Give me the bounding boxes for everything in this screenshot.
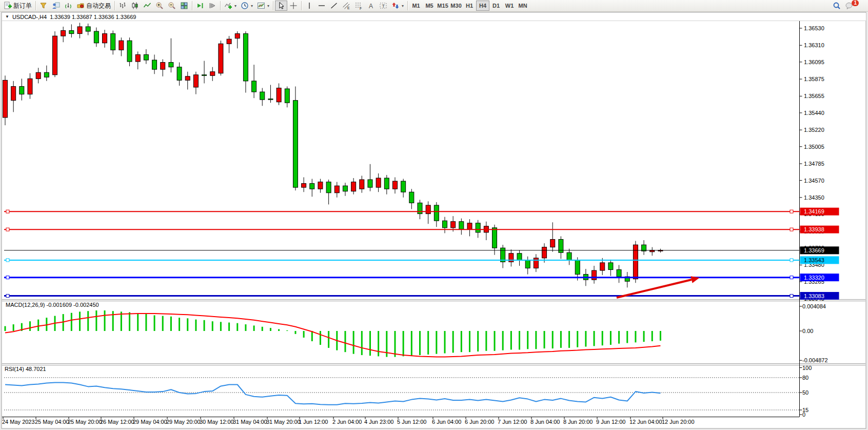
fibonacci-button[interactable]: F: [352, 1, 365, 11]
chart-svg[interactable]: 1.365301.363101.360951.358751.356551.354…: [0, 0, 868, 430]
svg-text:12 Jun 20:00: 12 Jun 20:00: [662, 419, 695, 425]
main-toolbar: 新订单 自动交易 ▾ ▾: [0, 0, 868, 12]
svg-text:29 May 20:00: 29 May 20:00: [166, 419, 201, 425]
chevron-down-icon: ▾: [251, 4, 253, 8]
new-order-icon: [4, 2, 12, 10]
line-chart-icon: [143, 2, 151, 10]
svg-text:F: F: [360, 7, 362, 10]
horizontal-line-button[interactable]: [315, 1, 328, 11]
arrows-icon: [391, 2, 400, 10]
chart-shift-icon: [208, 2, 216, 10]
svg-text:1.33083: 1.33083: [804, 293, 824, 299]
svg-text:1.33543: 1.33543: [804, 257, 824, 263]
bar-chart-type-button[interactable]: [116, 1, 129, 11]
toolbar-separator: [220, 1, 221, 10]
chart-title-bar: ▼ USDCAD-,H4 1.33639 1.33687 1.33636 1.3…: [2, 13, 866, 21]
text-label-icon: T: [379, 2, 387, 10]
arrows-button[interactable]: ▾: [389, 1, 406, 11]
timeframe-m15-button[interactable]: M15: [436, 1, 449, 11]
svg-text:T: T: [382, 4, 385, 9]
timeframe-d1-button[interactable]: D1: [489, 1, 503, 11]
signal-icon: [64, 2, 72, 10]
timeframe-w1-button[interactable]: W1: [503, 1, 516, 11]
cursor-button[interactable]: [275, 1, 287, 11]
new-order-button[interactable]: 新订单: [2, 1, 34, 11]
profile-button[interactable]: [50, 1, 62, 11]
svg-text:80: 80: [802, 375, 808, 381]
signal-button[interactable]: [62, 1, 74, 11]
svg-text:1.36530: 1.36530: [804, 25, 824, 31]
svg-text:1.35440: 1.35440: [804, 110, 824, 116]
chart-shift-button[interactable]: [206, 1, 219, 11]
vertical-line-button[interactable]: [303, 1, 315, 11]
toolbar-right-cluster: 1: [831, 1, 868, 11]
svg-text:100: 100: [802, 365, 812, 371]
equidistant-channel-button[interactable]: E: [340, 1, 352, 11]
svg-text:1.35220: 1.35220: [804, 127, 824, 133]
chart-ohlc-values: 1.33639 1.33687 1.33636 1.33669: [50, 14, 136, 20]
auto-trading-button[interactable]: 自动交易: [74, 1, 113, 11]
svg-text:50: 50: [802, 389, 808, 396]
zoom-out-button[interactable]: [166, 1, 178, 11]
svg-text:7 Jun 12:00: 7 Jun 12:00: [498, 419, 527, 425]
timeframe-m5-button[interactable]: M5: [423, 1, 436, 11]
svg-text:1.35005: 1.35005: [804, 144, 824, 150]
svg-text:31 May 20:00: 31 May 20:00: [266, 419, 301, 425]
timeframe-h1-button[interactable]: H1: [463, 1, 476, 11]
svg-text:1.34570: 1.34570: [804, 178, 824, 184]
tile-windows-icon: [180, 2, 188, 10]
svg-text:6 Jun 04:00: 6 Jun 04:00: [432, 419, 462, 425]
svg-text:9 Jun 12:00: 9 Jun 12:00: [596, 419, 626, 425]
auto-scroll-button[interactable]: [194, 1, 206, 11]
auto-scroll-icon: [196, 2, 204, 10]
toolbar-separator: [407, 1, 408, 10]
template-icon: [257, 2, 265, 10]
svg-text:8 Jun 20:00: 8 Jun 20:00: [563, 419, 593, 425]
indicators-button[interactable]: ▾: [222, 1, 239, 11]
svg-text:0: 0: [802, 412, 805, 418]
search-button[interactable]: [831, 1, 843, 11]
periods-button[interactable]: ▾: [239, 1, 255, 11]
svg-text:2 Jun 04:00: 2 Jun 04:00: [332, 419, 362, 425]
tile-windows-button[interactable]: [178, 1, 190, 11]
crosshair-button[interactable]: [287, 1, 300, 11]
svg-text:A: A: [369, 3, 373, 10]
templates-button[interactable]: ▾: [255, 1, 271, 11]
timeframe-m30-button[interactable]: M30: [449, 1, 463, 11]
bar-chart-icon: [119, 2, 127, 10]
svg-text:25 May 20:00: 25 May 20:00: [68, 419, 102, 425]
svg-text:5 Jun 12:00: 5 Jun 12:00: [397, 419, 427, 425]
funnel-button[interactable]: [37, 1, 50, 11]
timeframe-m1-button[interactable]: M1: [409, 1, 423, 11]
timeframe-h4-button[interactable]: H4: [476, 1, 489, 11]
svg-text:1.35655: 1.35655: [804, 93, 824, 99]
collapse-icon[interactable]: ▼: [5, 14, 9, 19]
auto-trading-icon: [76, 2, 85, 10]
timeframe-mn-button[interactable]: MN: [516, 1, 529, 11]
zoom-out-icon: [168, 2, 176, 10]
svg-text:1.34350: 1.34350: [804, 194, 824, 201]
line-chart-type-button[interactable]: [141, 1, 153, 11]
notifications-button[interactable]: 1: [843, 1, 864, 11]
svg-text:26 May 12:00: 26 May 12:00: [100, 419, 134, 425]
svg-text:1.33938: 1.33938: [804, 226, 824, 232]
chart-symbol-period: USDCAD-,H4: [12, 14, 47, 20]
trendline-button[interactable]: [328, 1, 340, 11]
toolbar-separator: [301, 1, 302, 10]
svg-text:1.33320: 1.33320: [804, 275, 824, 281]
svg-text:24 May 2023: 24 May 2023: [2, 419, 35, 425]
notification-badge: 1: [852, 0, 859, 6]
text-button[interactable]: A: [365, 1, 377, 11]
toolbar-separator: [114, 1, 115, 10]
svg-text:1.34785: 1.34785: [804, 161, 824, 167]
candlestick-type-button[interactable]: [129, 1, 141, 11]
svg-text:1.36095: 1.36095: [804, 59, 824, 65]
zoom-in-button[interactable]: [153, 1, 166, 11]
crosshair-icon: [289, 2, 298, 10]
svg-text:1.34169: 1.34169: [804, 208, 824, 214]
funnel-icon: [40, 2, 48, 10]
toolbar-separator: [192, 1, 192, 10]
chevron-down-icon: ▾: [267, 4, 269, 8]
svg-text:6 Jun 20:00: 6 Jun 20:00: [465, 419, 495, 425]
text-label-button[interactable]: T: [377, 1, 389, 11]
